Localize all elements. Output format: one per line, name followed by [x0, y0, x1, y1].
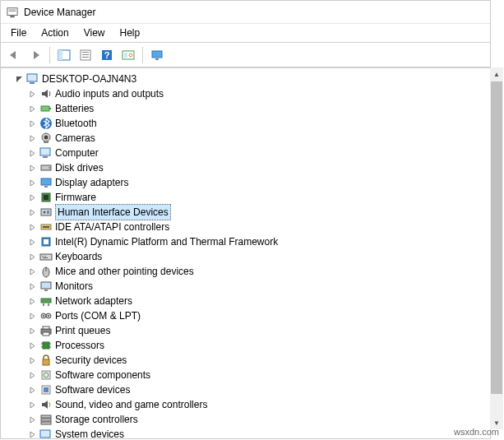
devices-button[interactable] [147, 45, 167, 65]
show-hide-tree-button[interactable] [54, 45, 74, 65]
tree-node-label: Display adapters [55, 175, 128, 190]
computer-icon [39, 146, 53, 160]
computer-icon [26, 72, 39, 86]
tree-node[interactable]: Ports (COM & LPT) [2, 308, 488, 323]
svg-rect-40 [40, 254, 52, 260]
expand-icon[interactable] [27, 118, 37, 128]
menu-file[interactable]: File [4, 25, 33, 40]
tree-node[interactable]: Intel(R) Dynamic Platform and Thermal Fr… [2, 234, 488, 249]
svg-rect-69 [41, 415, 51, 418]
expand-icon[interactable] [27, 281, 37, 291]
tree-node[interactable]: Security devices [2, 353, 488, 368]
properties-button[interactable] [76, 45, 95, 65]
storage-icon [39, 413, 53, 426]
svg-rect-5 [58, 50, 62, 60]
tree-node[interactable]: Software devices [2, 382, 488, 397]
intel-icon [39, 235, 53, 248]
firmware-icon [39, 191, 53, 204]
titlebar[interactable]: Device Manager [1, 1, 490, 24]
tree-node[interactable]: Print queues [2, 323, 488, 338]
svg-point-23 [44, 136, 49, 140]
expand-icon[interactable] [27, 311, 37, 321]
expand-icon[interactable] [27, 207, 37, 217]
expand-icon[interactable] [27, 266, 37, 276]
tree-node[interactable]: System devices [2, 427, 488, 438]
tree-node-label: Batteries [55, 101, 94, 116]
help-button[interactable]: ? [97, 45, 117, 65]
expand-icon[interactable] [27, 192, 37, 202]
tree-node[interactable]: Network adapters [2, 294, 488, 308]
tree-node-label: Print queues [55, 323, 110, 338]
svg-rect-19 [41, 106, 49, 111]
tree-node[interactable]: Disk drives [2, 160, 488, 175]
bluetooth-icon [39, 117, 53, 130]
expand-icon[interactable] [27, 133, 37, 143]
svg-rect-51 [48, 303, 49, 306]
svg-rect-25 [40, 148, 50, 155]
tree-node[interactable]: Human Interface Devices [2, 205, 488, 220]
expand-icon[interactable] [27, 163, 37, 173]
tree-node[interactable]: Processors [2, 338, 488, 353]
back-button[interactable] [4, 45, 24, 65]
tree-node[interactable]: Computer [2, 146, 488, 160]
tree-node[interactable]: Software components [2, 368, 488, 382]
root-label: DESKTOP-OAJN4N3 [42, 72, 136, 86]
expand-icon[interactable] [27, 237, 37, 247]
scroll-thumb[interactable] [491, 81, 502, 394]
forward-button[interactable] [25, 45, 45, 65]
expand-icon[interactable] [27, 296, 37, 306]
expand-icon[interactable] [27, 104, 37, 113]
watermark: wsxdn.com [454, 427, 499, 437]
expand-icon[interactable] [27, 340, 37, 350]
ide-icon [39, 220, 53, 234]
tree-node[interactable]: Audio inputs and outputs [2, 86, 488, 101]
svg-rect-68 [44, 387, 49, 392]
expand-icon[interactable] [27, 370, 37, 380]
expand-icon[interactable] [27, 148, 37, 158]
tree-node[interactable]: Monitors [2, 279, 488, 294]
tree-node-label: Keyboards [55, 249, 102, 264]
expand-icon[interactable] [27, 355, 37, 365]
scroll-up-icon[interactable]: ▲ [490, 67, 503, 81]
tree-root-node[interactable]: DESKTOP-OAJN4N3 [2, 72, 488, 86]
softcomp-icon [39, 368, 53, 382]
menu-action[interactable]: Action [35, 25, 75, 40]
menu-help[interactable]: Help [113, 25, 147, 40]
tree-node[interactable]: Sound, video and game controllers [2, 397, 488, 412]
expand-icon[interactable] [27, 400, 37, 410]
expand-icon[interactable] [27, 222, 37, 232]
tree-node[interactable]: Firmware [2, 190, 488, 205]
tree-node[interactable]: IDE ATA/ATAPI controllers [2, 220, 488, 234]
scan-hardware-button[interactable] [118, 45, 138, 65]
tree-node[interactable]: Keyboards [2, 249, 488, 264]
expand-icon[interactable] [27, 326, 37, 336]
disk-icon [39, 161, 53, 174]
svg-rect-33 [41, 209, 51, 215]
svg-rect-42 [44, 256, 44, 257]
expand-icon[interactable] [27, 252, 37, 262]
svg-rect-32 [44, 195, 49, 200]
expand-icon[interactable] [27, 429, 37, 438]
collapse-icon[interactable] [14, 74, 24, 84]
tree-node[interactable]: Bluetooth [2, 116, 488, 131]
svg-rect-57 [43, 327, 49, 329]
tree-node-label: Network adapters [55, 294, 132, 308]
toolbar: ? [1, 43, 490, 67]
expand-icon[interactable] [27, 385, 37, 395]
svg-rect-24 [44, 141, 49, 143]
tree-node-label: Software devices [55, 382, 130, 397]
battery-icon [39, 102, 53, 115]
tree-node[interactable]: Display adapters [2, 175, 488, 190]
tree-node[interactable]: Mice and other pointing devices [2, 264, 488, 279]
vertical-scrollbar[interactable]: ▲ ▼ [490, 67, 503, 429]
toolbar-separator-2 [142, 47, 143, 63]
tree-node[interactable]: Storage controllers [2, 412, 488, 427]
expand-icon[interactable] [27, 415, 37, 424]
tree-node-label: Audio inputs and outputs [55, 86, 164, 101]
tree-node[interactable]: Batteries [2, 101, 488, 116]
tree-node[interactable]: Cameras [2, 131, 488, 146]
expand-icon[interactable] [27, 178, 37, 188]
svg-point-28 [49, 167, 50, 169]
expand-icon[interactable] [27, 89, 37, 99]
menu-view[interactable]: View [77, 25, 112, 40]
